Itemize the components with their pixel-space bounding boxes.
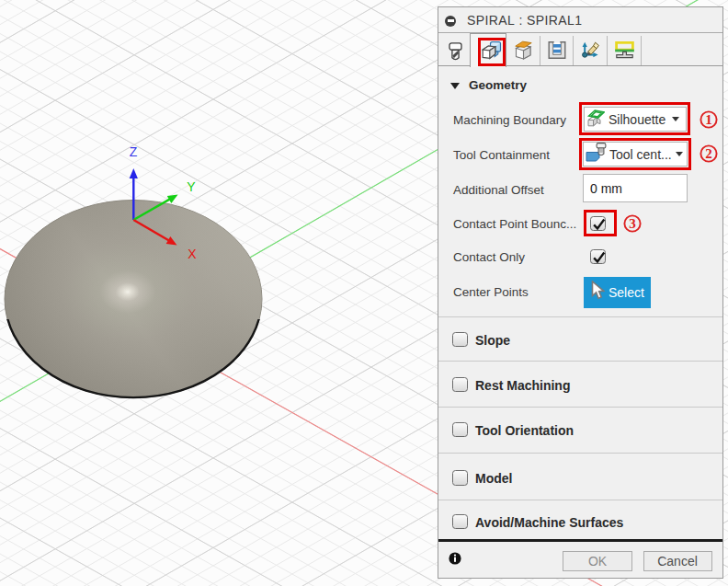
svg-text:Y: Y <box>187 179 196 194</box>
svg-text:3: 3 <box>629 216 636 231</box>
svg-text:Z: Z <box>130 144 138 159</box>
svg-text:X: X <box>188 247 197 261</box>
svg-text:1: 1 <box>705 112 712 127</box>
svg-text:2: 2 <box>705 146 712 161</box>
